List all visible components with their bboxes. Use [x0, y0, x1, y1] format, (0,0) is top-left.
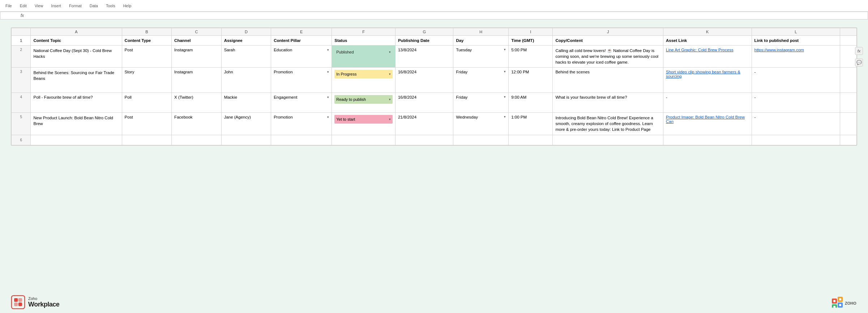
asset-link-r3[interactable]: Short video clip showing bean farmers & … [666, 70, 740, 78]
cell-r5-link[interactable]: - [752, 113, 840, 135]
cell-r4-topic[interactable]: Poll - Favourite brew of all time? [31, 93, 122, 113]
cell-r5-pillar[interactable]: Promotion ▾ [271, 113, 332, 135]
cell-r5-assignee[interactable]: Jane (Agency) [221, 113, 271, 135]
cell-r3-type[interactable]: Story [122, 68, 172, 93]
pillar-dropdown-icon[interactable]: ▾ [327, 70, 329, 74]
empty-r6-f[interactable] [332, 135, 395, 145]
cell-r3-copy[interactable]: Behind the scenes [553, 68, 663, 93]
toolbar-item-format[interactable]: Format [67, 3, 84, 9]
empty-r6-c[interactable] [172, 135, 222, 145]
status-dropdown-icon[interactable]: ▾ [389, 117, 391, 121]
status-dropdown-icon[interactable]: ▾ [389, 72, 391, 76]
cell-r5-topic[interactable]: New Product Launch: Bold Bean Nitro Cold… [31, 113, 122, 135]
empty-r6-k[interactable] [663, 135, 752, 145]
cell-r2-copy[interactable]: Calling all cold brew lovers! ☕ National… [553, 46, 663, 68]
cell-r3-day[interactable]: Friday ▾ [453, 68, 509, 93]
empty-r6-g[interactable] [395, 135, 453, 145]
day-dropdown-icon[interactable]: ▾ [504, 70, 506, 73]
empty-r6-b[interactable] [122, 135, 172, 145]
col-header-g[interactable]: G [395, 28, 453, 36]
cell-r3-link[interactable]: - [752, 68, 840, 93]
empty-r6-a[interactable] [31, 135, 122, 145]
col-header-j[interactable]: J [553, 28, 663, 36]
toolbar-item-help[interactable]: Help [121, 3, 133, 9]
empty-r6-j[interactable] [553, 135, 663, 145]
col-header-i[interactable]: I [509, 28, 553, 36]
asset-link-r5[interactable]: Product Image: Bold Bean Nitro Cold Brew… [666, 115, 745, 124]
toolbar-item-data[interactable]: Data [88, 3, 100, 9]
cell-r2-topic[interactable]: National Coffee Day (Sept 30) - Cold Bre… [31, 46, 122, 68]
cell-r2-day[interactable]: Tuesday ▾ [453, 46, 509, 68]
cell-r4-status[interactable]: Ready to publish ▾ [332, 93, 395, 113]
cell-r2-channel[interactable]: Instagram [172, 46, 222, 68]
cell-r3-channel[interactable]: Instagram [172, 68, 222, 93]
cell-r4-time[interactable]: 9:00 AM [509, 93, 553, 113]
cell-r2-asset[interactable]: Line Art Graphic: Cold Brew Process [663, 46, 752, 68]
fx-label: fx [21, 13, 24, 18]
pillar-dropdown-icon[interactable]: ▾ [327, 95, 329, 99]
col-header-h[interactable]: H [453, 28, 509, 36]
col-header-c[interactable]: C [172, 28, 222, 36]
cell-r2-link[interactable]: https://www.instagram.com [752, 46, 840, 68]
cell-r4-asset[interactable]: - [663, 93, 752, 113]
cell-r2-time[interactable]: 5:00 PM [509, 46, 553, 68]
cell-r4-copy[interactable]: What is your favourite brew of all time? [553, 93, 663, 113]
cell-r2-pillar[interactable]: Education ▾ [271, 46, 332, 68]
cell-r2-assignee[interactable]: Sarah [221, 46, 271, 68]
empty-r6-h[interactable] [453, 135, 509, 145]
cell-r5-asset[interactable]: Product Image: Bold Bean Nitro Cold Brew… [663, 113, 752, 135]
cell-r5-status[interactable]: Yet to start ▾ [332, 113, 395, 135]
cell-r4-type[interactable]: Poll [122, 93, 172, 113]
cell-r5-pubdate[interactable]: 21/8/2024 [395, 113, 453, 135]
cell-r4-channel[interactable]: X (Twitter) [172, 93, 222, 113]
fx-side-button[interactable]: fx [855, 47, 863, 55]
col-header-e[interactable]: E [271, 28, 332, 36]
status-dropdown-icon[interactable]: ▾ [389, 98, 391, 101]
pillar-dropdown-icon[interactable]: ▾ [327, 115, 329, 119]
col-header-a[interactable]: A [31, 28, 122, 36]
cell-r3-topic[interactable]: Behind the Scenes: Sourcing our Fair Tra… [31, 68, 122, 93]
empty-r6-l[interactable] [752, 135, 840, 145]
toolbar-item-file[interactable]: File [4, 3, 14, 9]
empty-r6-i[interactable] [509, 135, 553, 145]
published-link-r2[interactable]: https://www.instagram.com [754, 48, 804, 52]
day-dropdown-icon[interactable]: ▾ [504, 95, 506, 99]
day-dropdown-icon[interactable]: ▾ [504, 115, 506, 119]
cell-r2-type[interactable]: Post [122, 46, 172, 68]
cell-r2-status[interactable]: Published ▾ [332, 46, 395, 68]
cell-r3-status[interactable]: In Progress ▾ [332, 68, 395, 93]
cell-r3-time[interactable]: 12:00 PM [509, 68, 553, 93]
cell-r5-copy[interactable]: Introducing Bold Bean Nitro Cold Brew! E… [553, 113, 663, 135]
cell-r3-asset[interactable]: Short video clip showing bean farmers & … [663, 68, 752, 93]
col-header-d[interactable]: D [221, 28, 271, 36]
cell-r4-pillar[interactable]: Engagement ▾ [271, 93, 332, 113]
col-header-b[interactable]: B [122, 28, 172, 36]
cell-r4-day[interactable]: Friday ▾ [453, 93, 509, 113]
toolbar-item-edit[interactable]: Edit [18, 3, 29, 9]
cell-r2-pubdate[interactable]: 13/8/2024 [395, 46, 453, 68]
cell-r4-pubdate[interactable]: 16/8/2024 [395, 93, 453, 113]
col-header-f[interactable]: F [332, 28, 395, 36]
comment-side-button[interactable]: 💬 [855, 59, 863, 67]
header-day: Day [453, 36, 509, 46]
empty-r6-e[interactable] [271, 135, 332, 145]
cell-r4-assignee[interactable]: Mackie [221, 93, 271, 113]
asset-link-r2[interactable]: Line Art Graphic: Cold Brew Process [666, 48, 734, 52]
cell-r5-day[interactable]: Wednesday ▾ [453, 113, 509, 135]
toolbar-item-insert[interactable]: Insert [49, 3, 63, 9]
cell-r3-pubdate[interactable]: 16/8/2024 [395, 68, 453, 93]
cell-r4-link[interactable]: - [752, 93, 840, 113]
empty-r6-d[interactable] [221, 135, 271, 145]
cell-r3-pillar[interactable]: Promotion ▾ [271, 68, 332, 93]
pillar-dropdown-icon[interactable]: ▾ [327, 48, 329, 52]
toolbar-item-tools[interactable]: Tools [104, 3, 117, 9]
col-header-k[interactable]: K [663, 28, 752, 36]
day-dropdown-icon[interactable]: ▾ [504, 48, 506, 51]
cell-r3-assignee[interactable]: John [221, 68, 271, 93]
cell-r5-channel[interactable]: Facebook [172, 113, 222, 135]
status-dropdown-icon[interactable]: ▾ [389, 50, 391, 54]
toolbar-item-view[interactable]: View [33, 3, 45, 9]
col-header-l[interactable]: L [752, 28, 840, 36]
cell-r5-time[interactable]: 1:00 PM [509, 113, 553, 135]
cell-r5-type[interactable]: Post [122, 113, 172, 135]
